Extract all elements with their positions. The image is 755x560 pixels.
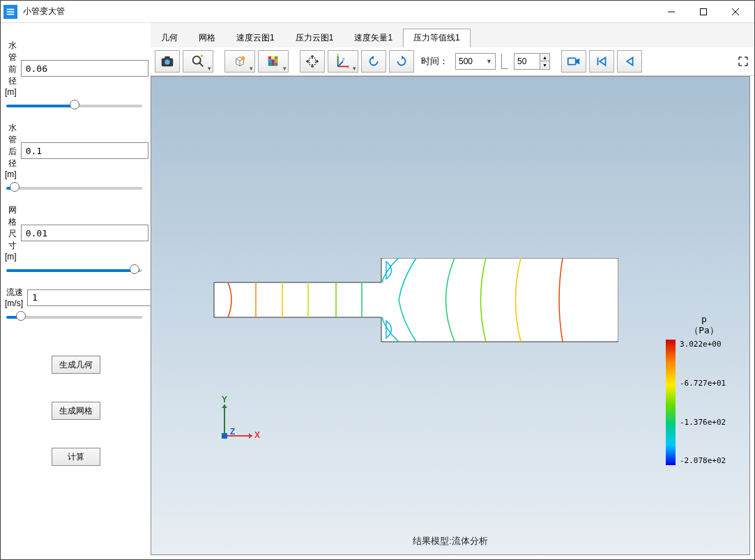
param-pipe-back-diameter: 水管后径[m]: [5, 122, 146, 179]
svg-rect-0: [7, 8, 15, 10]
close-button[interactable]: [719, 1, 752, 22]
svg-rect-30: [568, 58, 576, 64]
app-icon: [3, 5, 17, 19]
svg-text:Y: Y: [337, 54, 340, 57]
param-pipe-front-diameter: 水管前径[m]: [5, 40, 146, 97]
first-frame-button[interactable]: [589, 50, 614, 73]
pipe-back-diameter-slider[interactable]: [6, 187, 142, 190]
legend-tick: -1.376e+02: [680, 418, 742, 427]
svg-text:X: X: [347, 65, 350, 69]
generate-mesh-button[interactable]: 生成网格: [52, 402, 100, 420]
time-select[interactable]: 500▼: [455, 53, 496, 70]
param-mesh-size: 网格尺寸[m]: [5, 204, 146, 262]
svg-rect-19: [275, 59, 278, 63]
visualization-viewport[interactable]: X Y Z 结果模型:流体分析 p（Pa） 3.022e+00 -6.727e+…: [151, 76, 750, 555]
svg-rect-17: [268, 59, 272, 63]
svg-text:Z: Z: [230, 427, 235, 437]
param-label: 水管后径[m]: [5, 122, 21, 179]
pipe-front-diameter-input[interactable]: [21, 60, 148, 77]
mesh-size-slider[interactable]: [6, 269, 142, 272]
generate-geometry-button[interactable]: 生成几何: [52, 356, 100, 374]
frame-input[interactable]: [514, 56, 540, 66]
spin-down-button[interactable]: ▼: [540, 61, 549, 69]
svg-rect-34: [222, 433, 227, 439]
window-controls: [655, 1, 752, 22]
svg-rect-21: [271, 63, 275, 66]
svg-rect-20: [268, 63, 272, 66]
viewport-toolbar: ✦ YXZ 时间： 500▼ ▲▼: [151, 47, 754, 76]
frame-spinner[interactable]: ▲▼: [514, 53, 550, 70]
svg-point-13: [241, 56, 245, 61]
pipe-front-diameter-slider[interactable]: [6, 105, 142, 107]
svg-rect-14: [268, 56, 272, 60]
legend-tick: 3.022e+00: [680, 340, 742, 349]
tab-pressure-contour[interactable]: 压力云图1: [285, 29, 344, 47]
axis-dropdown[interactable]: YXZ: [328, 50, 358, 73]
svg-rect-15: [271, 56, 275, 60]
result-caption: 结果模型:流体分析: [413, 535, 488, 547]
svg-rect-22: [275, 63, 278, 66]
action-buttons: 生成几何 生成网格 计算: [5, 356, 146, 466]
svg-rect-23: [309, 58, 315, 64]
svg-line-26: [338, 61, 343, 66]
param-label: 流速[m/s]: [5, 287, 27, 308]
param-label: 网格尺寸[m]: [5, 204, 21, 262]
pipe-back-diameter-input[interactable]: [21, 142, 148, 159]
param-label: 水管前径[m]: [5, 40, 21, 97]
time-slider-indicator-icon: [501, 54, 508, 69]
colorbar-icon: [666, 340, 676, 465]
titlebar: 小管变大管: [1, 1, 754, 23]
velocity-slider[interactable]: [6, 316, 142, 319]
svg-rect-2: [7, 13, 15, 15]
svg-point-9: [165, 59, 169, 64]
prev-frame-button[interactable]: [617, 50, 642, 73]
maximize-button[interactable]: [687, 1, 719, 22]
minimize-button[interactable]: [655, 1, 687, 22]
legend-title: p（Pa）: [666, 314, 742, 335]
expand-toolbar-icon[interactable]: [736, 50, 750, 73]
tab-mesh[interactable]: 网格: [188, 29, 226, 47]
record-button[interactable]: [561, 50, 586, 73]
colormap-dropdown[interactable]: [258, 50, 289, 73]
svg-line-11: [199, 63, 204, 67]
svg-rect-31: [597, 58, 599, 66]
compute-button[interactable]: 计算: [52, 448, 100, 466]
legend-tick: -6.727e+01: [680, 379, 742, 388]
svg-text:✦: ✦: [199, 54, 204, 59]
svg-rect-16: [275, 56, 278, 60]
zoom-dropdown[interactable]: ✦: [183, 50, 213, 73]
pressure-contour-plot: [200, 258, 618, 356]
svg-rect-18: [271, 59, 275, 63]
svg-text:X: X: [254, 430, 260, 440]
tab-velocity-contour[interactable]: 速度云图1: [226, 29, 285, 47]
window-title: 小管变大管: [23, 6, 655, 17]
spin-up-button[interactable]: ▲: [540, 54, 549, 61]
legend-ticks: 3.022e+00 -6.727e+01 -1.376e+02 -2.078e+…: [676, 340, 742, 465]
view-dropdown[interactable]: [224, 50, 255, 73]
svg-text:Z: Z: [342, 57, 345, 61]
time-value: 500: [459, 56, 473, 66]
pan-button[interactable]: [300, 50, 325, 73]
param-velocity: 流速[m/s]: [5, 287, 146, 308]
svg-rect-4: [701, 8, 707, 15]
svg-rect-1: [7, 11, 15, 13]
svg-text:Y: Y: [222, 395, 227, 404]
legend-tick: -2.078e+02: [680, 456, 742, 465]
snapshot-button[interactable]: [155, 50, 180, 73]
result-tabs: 几何 网格 速度云图1 压力云图1 速度矢量1 压力等值线1: [151, 23, 754, 47]
content-area: 水管前径[m] 水管后径[m] 网格尺寸[m] 流速[m/s] 生成几何: [1, 23, 754, 559]
mesh-size-input[interactable]: [21, 225, 148, 241]
application-window: 小管变大管 水管前径[m] 水管后径[m] 网格尺寸[m]: [0, 0, 755, 560]
colorbar-legend: p（Pa） 3.022e+00 -6.727e+01 -1.376e+02 -2…: [666, 314, 742, 465]
rotate-ccw-button[interactable]: [361, 50, 386, 73]
main-panel: 几何 网格 速度云图1 压力云图1 速度矢量1 压力等值线1 ✦ YXZ 时间：: [151, 23, 754, 559]
velocity-input[interactable]: [27, 289, 155, 306]
tab-velocity-vector[interactable]: 速度矢量1: [344, 29, 403, 47]
parameter-sidebar: 水管前径[m] 水管后径[m] 网格尺寸[m] 流速[m/s] 生成几何: [1, 23, 151, 559]
rotate-cw-button[interactable]: [389, 50, 414, 73]
tab-geometry[interactable]: 几何: [151, 29, 188, 47]
time-label: 时间：: [421, 55, 448, 68]
svg-rect-8: [165, 56, 169, 59]
orientation-axes-icon: X Y Z: [211, 394, 266, 450]
tab-pressure-isoline[interactable]: 压力等值线1: [403, 29, 471, 47]
